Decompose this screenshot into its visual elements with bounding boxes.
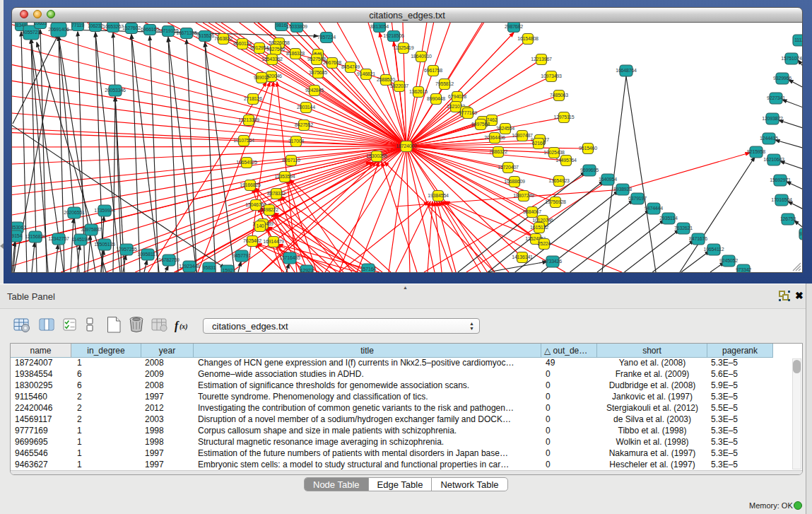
svg-text:140: 140: [256, 223, 264, 228]
svg-text:126753: 126753: [780, 216, 796, 221]
svg-text:7886322: 7886322: [489, 149, 507, 154]
svg-text:7663822: 7663822: [214, 36, 233, 41]
svg-text:6794028: 6794028: [448, 94, 466, 99]
svg-text:106232: 106232: [88, 23, 103, 28]
svg-text:77119: 77119: [71, 23, 84, 28]
svg-text:1145194: 1145194: [71, 237, 90, 242]
svg-text:16782759: 16782759: [158, 257, 180, 262]
svg-text:19654925: 19654925: [236, 160, 257, 165]
svg-text:19218506: 19218506: [383, 33, 404, 38]
svg-text:8267110: 8267110: [282, 158, 300, 163]
svg-text:15716485: 15716485: [279, 255, 300, 260]
svg-text:39154: 39154: [12, 233, 23, 238]
svg-text:8215958: 8215958: [747, 149, 765, 154]
svg-text:1640954: 1640954: [599, 177, 617, 182]
svg-text:17957255: 17957255: [116, 247, 137, 252]
svg-text:92450: 92450: [799, 231, 803, 236]
svg-text:15751074: 15751074: [781, 56, 802, 61]
svg-text:1112: 1112: [794, 37, 803, 42]
svg-text:4853061: 4853061: [12, 225, 26, 230]
svg-text:17359924: 17359924: [94, 208, 115, 213]
svg-text:33975887: 33975887: [81, 227, 102, 232]
svg-text:9245052: 9245052: [719, 258, 738, 263]
svg-text:18300295: 18300295: [366, 153, 387, 158]
svg-text:9242845: 9242845: [305, 88, 324, 93]
svg-text:11353594: 11353594: [274, 174, 295, 179]
svg-text:9816: 9816: [276, 23, 287, 28]
svg-text:5498222: 5498222: [260, 207, 278, 212]
svg-text:10653: 10653: [34, 23, 47, 25]
svg-text:10973493: 10973493: [541, 74, 562, 78]
svg-text:7485063: 7485063: [550, 93, 568, 98]
svg-text:12505135: 12505135: [94, 242, 115, 247]
svg-text:12093872: 12093872: [762, 116, 783, 121]
svg-text:18807249: 18807249: [513, 193, 534, 198]
svg-text:8878332: 8878332: [267, 191, 286, 196]
svg-text:62160: 62160: [532, 141, 546, 146]
svg-text:6379197: 6379197: [628, 196, 647, 201]
svg-text:7632621: 7632621: [674, 226, 693, 230]
svg-text:1615132: 1615132: [530, 225, 548, 230]
svg-text:10807487: 10807487: [512, 133, 533, 138]
svg-text:9329966: 9329966: [773, 76, 792, 81]
svg-text:8454749: 8454749: [341, 64, 360, 69]
svg-text:9884067: 9884067: [523, 209, 541, 214]
svg-text:20364436: 20364436: [484, 135, 505, 140]
svg-text:20053346: 20053346: [105, 88, 126, 93]
svg-text:12923: 12923: [300, 268, 314, 272]
svg-text:11325419: 11325419: [393, 45, 413, 50]
svg-text:f: f: [175, 320, 180, 332]
svg-text:7955812: 7955812: [435, 81, 454, 86]
svg-text:9699695: 9699695: [580, 168, 599, 173]
svg-text:2588520: 2588520: [377, 77, 395, 82]
svg-text:9327506: 9327506: [266, 47, 285, 52]
svg-text:9474444: 9474444: [645, 206, 663, 211]
svg-text:6966160: 6966160: [141, 27, 159, 32]
svg-text:12213967: 12213967: [531, 57, 552, 62]
svg-text:1244415: 1244415: [760, 136, 778, 141]
svg-text:10654112: 10654112: [703, 247, 724, 252]
svg-text:19756928: 19756928: [545, 199, 566, 204]
svg-text:15720407: 15720407: [498, 165, 519, 170]
svg-text:16671355: 16671355: [176, 30, 197, 35]
svg-text:12923448: 12923448: [179, 264, 200, 269]
svg-text:20206551: 20206551: [64, 210, 85, 215]
svg-text:16543362: 16543362: [261, 57, 283, 62]
svg-text:4055721: 4055721: [22, 30, 40, 35]
svg-text:(x): (x): [180, 322, 188, 331]
svg-text:7515526: 7515526: [196, 33, 214, 38]
svg-text:16648764: 16648764: [616, 68, 637, 73]
svg-text:16033809: 16033809: [286, 24, 307, 29]
svg-text:9515460: 9515460: [579, 146, 597, 151]
svg-text:25224: 25224: [538, 241, 551, 246]
svg-text:10120746: 10120746: [532, 218, 553, 223]
svg-text:12213389: 12213389: [238, 117, 259, 122]
svg-text:10688609: 10688609: [504, 179, 525, 184]
svg-text:7857224: 7857224: [317, 35, 336, 40]
svg-text:6497568: 6497568: [471, 122, 490, 127]
svg-text:16914479: 16914479: [263, 239, 284, 244]
svg-text:16210643: 16210643: [763, 157, 784, 162]
svg-text:19166825: 19166825: [240, 182, 261, 187]
svg-text:14495764: 14495764: [555, 158, 577, 163]
svg-text:2987682: 2987682: [505, 24, 523, 29]
svg-text:10653267: 10653267: [102, 24, 124, 29]
svg-text:2718126: 2718126: [244, 96, 262, 101]
svg-text:8813054: 8813054: [370, 24, 389, 29]
svg-text:3824554: 3824554: [496, 126, 514, 131]
svg-text:1362615: 1362615: [409, 89, 428, 94]
svg-text:20691406: 20691406: [48, 27, 69, 32]
svg-text:8427552: 8427552: [295, 122, 313, 127]
svg-text:10958117: 10958117: [137, 252, 158, 257]
svg-text:6961758: 6961758: [424, 68, 442, 73]
svg-text:9777169: 9777169: [459, 110, 477, 115]
svg-text:9457791: 9457791: [233, 253, 251, 258]
svg-text:1592: 1592: [223, 268, 233, 272]
svg-text:18640910: 18640910: [411, 54, 432, 59]
svg-text:2935114: 2935114: [659, 216, 678, 221]
svg-text:15046766: 15046766: [245, 202, 266, 207]
svg-text:17016504: 17016504: [771, 197, 792, 202]
svg-text:18724007: 18724007: [396, 144, 417, 148]
svg-text:8660124: 8660124: [233, 41, 252, 46]
svg-text:10107554: 10107554: [233, 138, 254, 143]
